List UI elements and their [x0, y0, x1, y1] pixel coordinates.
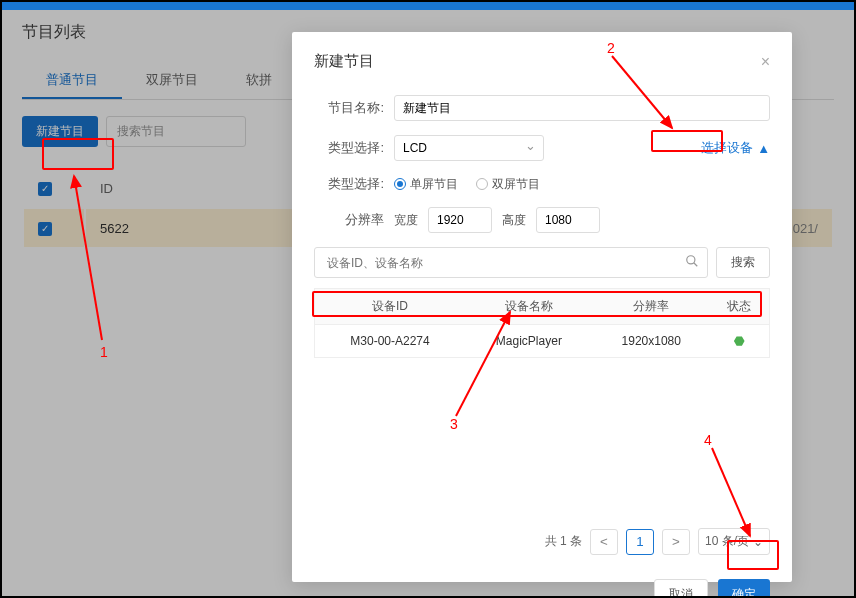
- top-accent-bar: [2, 2, 854, 10]
- modal-new-program: 新建节目 × 节目名称: 类型选择: LCD 选择设备 ▲ 类型选择: 单屏节目: [292, 32, 792, 582]
- height-input[interactable]: [536, 207, 600, 233]
- program-name-input[interactable]: [394, 95, 770, 121]
- label-resolution: 分辨率: [314, 211, 384, 229]
- dth-name: 设备名称: [465, 289, 593, 325]
- device-search-box: [314, 247, 708, 278]
- select-device-label: 选择设备: [701, 139, 753, 157]
- dth-id: 设备ID: [315, 289, 465, 325]
- label-type2: 类型选择:: [314, 175, 384, 193]
- device-search-button[interactable]: 搜索: [716, 247, 770, 278]
- caret-up-icon: ▲: [757, 141, 770, 156]
- close-icon[interactable]: ×: [761, 53, 770, 71]
- status-online-icon: ⬣: [710, 325, 770, 358]
- type-select[interactable]: LCD: [394, 135, 544, 161]
- dcell-res: 1920x1080: [593, 325, 710, 358]
- pager: 共 1 条 < 1 > 10 条/页 ⌄: [314, 528, 770, 555]
- radio-dot-unchecked: [476, 178, 488, 190]
- select-device-link[interactable]: 选择设备 ▲: [701, 139, 770, 157]
- pager-current[interactable]: 1: [626, 529, 654, 555]
- pager-next[interactable]: >: [662, 529, 690, 555]
- device-table: 设备ID 设备名称 分辨率 状态 M30-00-A2274 MagicPlaye…: [314, 288, 770, 358]
- ok-button[interactable]: 确定: [718, 579, 770, 598]
- modal-title: 新建节目: [314, 52, 374, 71]
- label-height: 高度: [502, 212, 526, 229]
- radio-double[interactable]: 双屏节目: [476, 176, 540, 193]
- label-name: 节目名称:: [314, 99, 384, 117]
- cancel-button[interactable]: 取消: [654, 579, 708, 598]
- dcell-name: MagicPlayer: [465, 325, 593, 358]
- dcell-id: M30-00-A2274: [315, 325, 465, 358]
- screen-type-radios: 单屏节目 双屏节目: [394, 176, 540, 193]
- radio-dot-checked: [394, 178, 406, 190]
- label-width: 宽度: [394, 212, 418, 229]
- chevron-down-icon: ⌄: [753, 535, 763, 549]
- dth-res: 分辨率: [593, 289, 710, 325]
- width-input[interactable]: [428, 207, 492, 233]
- device-search-input[interactable]: [323, 250, 685, 276]
- pager-prev[interactable]: <: [590, 529, 618, 555]
- radio-single[interactable]: 单屏节目: [394, 176, 458, 193]
- device-row[interactable]: M30-00-A2274 MagicPlayer 1920x1080 ⬣: [315, 325, 770, 358]
- pager-total: 共 1 条: [545, 533, 582, 550]
- page-size-select[interactable]: 10 条/页 ⌄: [698, 528, 770, 555]
- svg-point-0: [687, 256, 695, 264]
- search-icon[interactable]: [685, 254, 699, 271]
- label-type: 类型选择:: [314, 139, 384, 157]
- svg-line-1: [694, 263, 698, 267]
- dth-status: 状态: [710, 289, 770, 325]
